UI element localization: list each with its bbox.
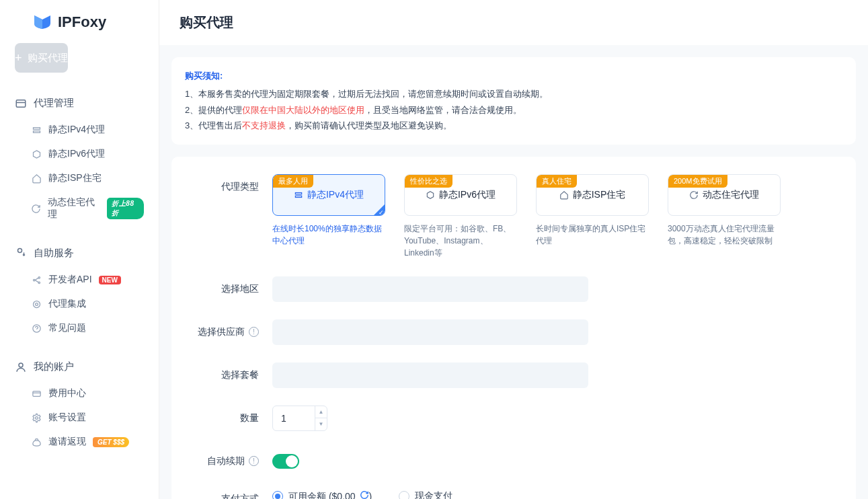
api-icon bbox=[31, 274, 42, 285]
notice-line-1: 1、本服务售卖的代理为固定期限套餐，过期后无法找回，请您留意续期时间或设置自动续… bbox=[185, 86, 842, 102]
logo-icon bbox=[32, 14, 52, 30]
svg-rect-0 bbox=[16, 100, 26, 107]
svg-point-4 bbox=[38, 276, 40, 278]
region-select[interactable] bbox=[272, 276, 588, 302]
ipv4-icon bbox=[31, 124, 42, 135]
package-select[interactable] bbox=[272, 362, 588, 388]
sidebar-item-referral[interactable]: 邀请返现GET $$$ bbox=[0, 430, 159, 454]
sidebar-item-integration[interactable]: 代理集成 bbox=[0, 292, 159, 316]
brand-logo[interactable]: IPFoxy bbox=[0, 11, 159, 43]
type-option-ipv4[interactable]: 最多人用 静态IPv4代理 bbox=[272, 174, 385, 216]
label-region: 选择地区 bbox=[192, 276, 272, 295]
type-desc: 长时间专属独享的真人ISP住宅代理 bbox=[536, 223, 649, 247]
svg-point-6 bbox=[33, 301, 40, 307]
svg-rect-2 bbox=[33, 130, 40, 132]
discount-badge: 折上88折 bbox=[107, 198, 144, 219]
type-tag: 200M免费试用 bbox=[668, 175, 727, 188]
svg-point-11 bbox=[35, 416, 38, 419]
notice-line-2: 2、提供的代理仅限在中国大陆以外的地区使用，且受当地网络监管，请合法合规使用。 bbox=[185, 102, 842, 118]
radio-icon bbox=[399, 491, 409, 499]
svg-rect-12 bbox=[295, 192, 301, 194]
supplier-select[interactable] bbox=[272, 319, 588, 345]
sidebar-item-faq[interactable]: 常见问题 bbox=[0, 316, 159, 340]
new-badge: NEW bbox=[99, 276, 121, 284]
rotate-icon bbox=[31, 203, 41, 214]
type-option-isp[interactable]: 真人住宅 静态ISP住宅 bbox=[536, 174, 649, 216]
refresh-icon[interactable] bbox=[360, 490, 369, 499]
buy-proxy-button[interactable]: + 购买代理 bbox=[15, 43, 68, 73]
gear-icon bbox=[31, 412, 42, 423]
referral-badge: GET $$$ bbox=[93, 437, 129, 447]
svg-rect-10 bbox=[32, 391, 40, 396]
type-tag: 最多人用 bbox=[273, 175, 313, 188]
main-content: 购买代理 购买须知: 1、本服务售卖的代理为固定期限套餐，过期后无法找回，请您留… bbox=[159, 0, 868, 499]
payment-option-balance[interactable]: 可用余额 ($0.00 ) bbox=[272, 490, 372, 499]
notice-line-3: 3、代理售出后不支持退换，购买前请确认代理类型及地区避免误购。 bbox=[185, 118, 842, 133]
sidebar: IPFoxy + 购买代理 代理管理 静态IPv4代理 静态IPv6代理 静态I… bbox=[0, 0, 159, 499]
type-option-dynamic[interactable]: 200M免费试用 动态住宅代理 bbox=[668, 174, 781, 216]
user-icon bbox=[15, 361, 27, 373]
svg-point-9 bbox=[19, 363, 23, 367]
purchase-notice: 购买须知: 1、本服务售卖的代理为固定期限套餐，过期后无法找回，请您留意续期时间… bbox=[171, 57, 856, 145]
label-auto-renew: 自动续期! bbox=[192, 449, 272, 467]
nav-section-self-service[interactable]: 自助服务 bbox=[0, 241, 159, 265]
notice-title: 购买须知: bbox=[185, 68, 842, 83]
label-supplier: 选择供应商! bbox=[192, 319, 272, 338]
type-desc: 3000万动态真人住宅代理流量包，高速稳定，轻松突破限制 bbox=[668, 223, 781, 247]
svg-point-3 bbox=[33, 279, 35, 281]
card-icon bbox=[31, 388, 42, 399]
integration-icon bbox=[31, 299, 42, 309]
page-title: 购买代理 bbox=[159, 0, 868, 45]
label-package: 选择套餐 bbox=[192, 362, 272, 381]
qty-down-arrow[interactable]: ▼ bbox=[315, 418, 327, 430]
svg-rect-1 bbox=[33, 127, 40, 129]
purchase-form: 代理类型 最多人用 静态IPv4代理 在线时长100%的独享静态数据中心代理 bbox=[171, 157, 856, 499]
svg-rect-13 bbox=[295, 196, 301, 197]
radio-icon bbox=[272, 491, 283, 499]
auto-renew-toggle[interactable] bbox=[272, 454, 299, 469]
type-tag: 真人住宅 bbox=[537, 175, 577, 188]
payment-option-cash[interactable]: 现金支付 bbox=[399, 490, 452, 499]
ipv6-icon bbox=[31, 149, 42, 159]
sidebar-item-ipv4[interactable]: 静态IPv4代理 bbox=[0, 118, 159, 142]
qty-up-arrow[interactable]: ▲ bbox=[315, 406, 327, 419]
type-desc: 在线时长100%的独享静态数据中心代理 bbox=[272, 223, 385, 247]
label-quantity: 数量 bbox=[192, 406, 272, 424]
home-icon bbox=[559, 190, 569, 200]
sidebar-item-settings[interactable]: 账号设置 bbox=[0, 406, 159, 430]
info-icon[interactable]: ! bbox=[249, 456, 259, 466]
sidebar-item-ipv6[interactable]: 静态IPv6代理 bbox=[0, 142, 159, 166]
label-payment: 支付方式 bbox=[192, 486, 272, 499]
ipv6-icon bbox=[426, 190, 435, 200]
type-desc: 限定平台可用：如谷歌、FB、YouTube、Instagram、Linkedin… bbox=[404, 223, 517, 259]
sidebar-item-billing[interactable]: 费用中心 bbox=[0, 381, 159, 406]
ipv4-icon bbox=[294, 190, 303, 200]
home-icon bbox=[31, 173, 42, 184]
info-icon[interactable]: ! bbox=[249, 327, 259, 337]
nav-section-account[interactable]: 我的账户 bbox=[0, 355, 159, 379]
self-service-icon bbox=[15, 247, 27, 260]
help-icon bbox=[31, 323, 42, 334]
proxy-type-options: 最多人用 静态IPv4代理 在线时长100%的独享静态数据中心代理 性价比之选 bbox=[272, 174, 836, 259]
rotate-icon bbox=[689, 190, 699, 200]
check-icon bbox=[374, 204, 385, 215]
svg-point-7 bbox=[35, 303, 38, 305]
money-bag-icon bbox=[31, 436, 42, 447]
proxy-mgmt-icon bbox=[15, 98, 27, 110]
nav-section-proxy-mgmt[interactable]: 代理管理 bbox=[0, 91, 159, 115]
sidebar-item-api[interactable]: 开发者APINEW bbox=[0, 268, 159, 292]
label-proxy-type: 代理类型 bbox=[192, 174, 272, 193]
brand-name: IPFoxy bbox=[58, 13, 106, 31]
sidebar-item-dynamic[interactable]: 动态住宅代理折上88折 bbox=[0, 190, 159, 227]
svg-point-5 bbox=[38, 282, 40, 284]
type-option-ipv6[interactable]: 性价比之选 静态IPv6代理 bbox=[404, 174, 517, 216]
type-tag: 性价比之选 bbox=[405, 175, 452, 188]
plus-icon: + bbox=[15, 51, 22, 65]
sidebar-item-isp[interactable]: 静态ISP住宅 bbox=[0, 166, 159, 190]
